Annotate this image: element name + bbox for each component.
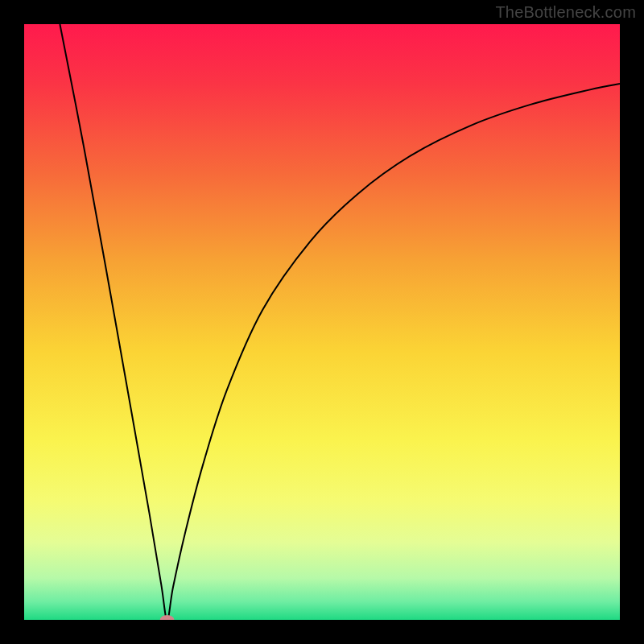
- plot-svg: [24, 24, 620, 620]
- chart-frame: TheBottleneck.com: [0, 0, 644, 644]
- watermark-text: TheBottleneck.com: [495, 3, 636, 22]
- bottleneck-curve-plot: [24, 24, 620, 620]
- plot-background: [24, 24, 620, 620]
